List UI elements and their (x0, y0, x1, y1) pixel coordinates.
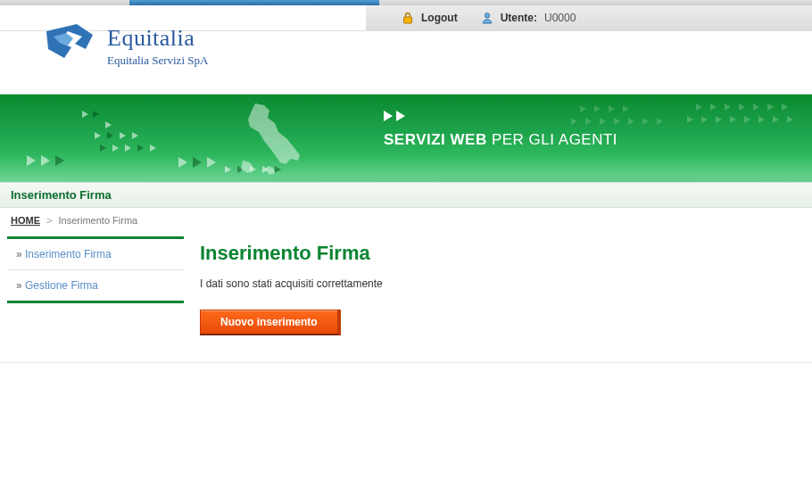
lock-icon (402, 12, 414, 24)
breadcrumb-current: Inserimento Firma (59, 215, 138, 226)
logout-link[interactable]: Logout (421, 12, 458, 24)
sidebar-item-gestione-firma[interactable]: Gestione Firma (7, 270, 184, 303)
user-label: Utente: (501, 12, 537, 24)
brand-subtitle: Equitalia Servizi SpA (107, 54, 208, 68)
footer-divider (0, 362, 812, 363)
breadcrumb-home-link[interactable]: HOME (11, 215, 40, 226)
header: Equitalia Equitalia Servizi SpA (0, 31, 812, 94)
sidebar: Inserimento Firma Gestione Firma (7, 236, 184, 303)
svg-point-1 (485, 13, 489, 18)
italy-silhouette-icon (223, 100, 321, 180)
brand-logo: Equitalia Equitalia Servizi SpA (41, 22, 208, 70)
play-icons (384, 111, 409, 124)
banner-title-strong: SERVIZI WEB (384, 131, 487, 148)
banner-title-rest: PER GLI AGENTI (487, 131, 617, 148)
banner-title-text: SERVIZI WEB PER GLI AGENTI (384, 131, 617, 149)
page: Logout Utente: U0000 Equitalia Equitalia… (0, 0, 812, 363)
user-value: U0000 (544, 12, 576, 24)
banner-title: SERVIZI WEB PER GLI AGENTI (384, 111, 617, 149)
main-content: Inserimento Firma I dati sono stati acqu… (200, 236, 805, 335)
page-heading: Inserimento Firma (200, 242, 805, 265)
chevron-right-icon: > (46, 215, 52, 226)
brand-logo-mark (41, 22, 98, 70)
sidebar-item-inserimento-firma[interactable]: Inserimento Firma (7, 239, 184, 270)
brand-logo-text: Equitalia Equitalia Servizi SpA (107, 25, 208, 68)
nuovo-inserimento-button[interactable]: Nuovo inserimento (200, 310, 341, 335)
section-title-bar: Inserimento Firma (0, 182, 812, 208)
brand-name: Equitalia (107, 25, 208, 52)
content-row: Inserimento Firma Gestione Firma Inserim… (0, 233, 812, 362)
sidebar-menu: Inserimento Firma Gestione Firma (7, 236, 184, 303)
hero-banner: SERVIZI WEB PER GLI AGENTI (0, 94, 812, 182)
user-strip: Logout Utente: U0000 (366, 5, 812, 30)
breadcrumb: HOME > Inserimento Firma (0, 208, 812, 233)
user-icon (481, 12, 493, 24)
svg-rect-0 (404, 17, 412, 23)
success-message: I dati sono stati acquisiti correttament… (200, 277, 805, 290)
